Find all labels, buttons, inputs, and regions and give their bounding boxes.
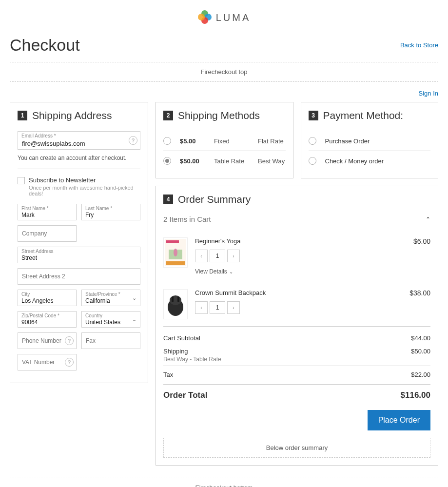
state-select[interactable]: [81, 290, 140, 306]
last-name-field[interactable]: [81, 204, 140, 220]
payment-method-panel: 3 Payment Method: Purchase Order Check /…: [301, 102, 439, 178]
radio-button[interactable]: [163, 137, 171, 145]
cms-bottom-block: Firecheckout bottom: [10, 478, 438, 487]
product-thumbnail: [163, 237, 188, 268]
product-thumbnail: [163, 289, 188, 319]
svg-rect-12: [177, 296, 179, 302]
step-1-badge: 1: [18, 111, 27, 120]
page-title: Checkout: [10, 36, 80, 55]
account-note: You can create an account after checkout…: [18, 155, 140, 161]
qty-increase-button[interactable]: ›: [227, 250, 240, 262]
country-select[interactable]: [81, 311, 140, 328]
qty-value[interactable]: 1: [210, 250, 225, 262]
step-4-badge: 4: [163, 195, 173, 204]
svg-point-10: [170, 295, 181, 305]
order-total-row: Order Total $116.00: [163, 384, 430, 403]
qty-value[interactable]: 1: [210, 301, 225, 314]
email-field[interactable]: [18, 131, 140, 150]
sign-in-link[interactable]: Sign In: [419, 90, 438, 97]
radio-button[interactable]: [309, 137, 316, 145]
payment-method-row[interactable]: Purchase Order: [309, 131, 431, 151]
svg-rect-5: [166, 240, 179, 243]
logo-header: LUMA: [10, 5, 438, 31]
order-summary-panel: 4 Order Summary 2 Items in Cart ⌃: [156, 186, 438, 466]
shipping-methods-panel: 2 Shipping Methods $5.00 Fixed Flat Rate…: [156, 102, 293, 178]
view-details-link[interactable]: View Details ⌄: [195, 268, 233, 275]
shipping-method-row[interactable]: $50.00 Table Rate Best Way: [163, 151, 286, 171]
radio-button-selected[interactable]: [163, 157, 171, 165]
brand-text: LUMA: [216, 12, 251, 23]
svg-rect-8: [166, 261, 185, 265]
subtotal-row: Cart Subtotal $44.00: [163, 331, 430, 345]
fax-field[interactable]: [81, 332, 140, 349]
cart-item: Beginner's Yoga ‹ 1 › View Details ⌄ $6.…: [163, 231, 430, 282]
back-to-store-link[interactable]: Back to Store: [400, 41, 438, 49]
zip-field[interactable]: [18, 311, 77, 328]
below-summary-block: Below order summary: [163, 438, 430, 458]
payment-method-row[interactable]: Check / Money order: [309, 151, 431, 171]
qty-decrease-button[interactable]: ‹: [195, 301, 208, 314]
newsletter-sublabel: Once per month with awesome hand-picked …: [29, 185, 140, 196]
street-field[interactable]: [18, 247, 140, 263]
svg-point-3: [198, 14, 205, 20]
street2-field[interactable]: [18, 268, 140, 285]
help-icon[interactable]: ?: [129, 136, 137, 145]
cms-top-block: Firecheckout top: [10, 62, 438, 82]
help-icon[interactable]: ?: [65, 358, 74, 367]
item-name: Beginner's Yoga: [195, 237, 406, 245]
shipping-methods-title: 2 Shipping Methods: [163, 110, 286, 121]
newsletter-label: Subscribe to Newsletter: [29, 176, 140, 184]
tax-row: Tax $22.00: [163, 366, 430, 381]
divider: [18, 169, 140, 169]
help-icon[interactable]: ?: [65, 336, 74, 345]
shipping-description: Best Way - Table Rate: [163, 356, 430, 363]
chevron-up-icon: ⌃: [426, 216, 430, 223]
city-field[interactable]: [18, 290, 77, 306]
shipping-method-row[interactable]: $5.00 Fixed Flat Rate: [163, 131, 286, 151]
shipping-address-title: 1 Shipping Address: [18, 110, 140, 121]
item-price: $38.00: [409, 289, 430, 319]
item-price: $6.00: [413, 237, 430, 275]
payment-method-title: 3 Payment Method:: [309, 110, 431, 121]
svg-rect-11: [172, 296, 174, 302]
company-field[interactable]: [18, 225, 77, 242]
first-name-field[interactable]: [18, 204, 77, 220]
step-2-badge: 2: [163, 111, 173, 120]
cart-items-toggle[interactable]: 2 Items in Cart ⌃: [163, 215, 430, 223]
radio-button[interactable]: [309, 157, 316, 165]
qty-decrease-button[interactable]: ‹: [195, 250, 208, 262]
place-order-button[interactable]: Place Order: [368, 410, 430, 430]
chevron-down-icon: ⌄: [229, 269, 233, 274]
shipping-address-panel: 1 Shipping Address Email Address * ? You…: [10, 102, 148, 383]
item-name: Crown Summit Backpack: [195, 289, 402, 296]
qty-increase-button[interactable]: ›: [227, 301, 240, 314]
svg-point-7: [174, 249, 177, 256]
luma-logo-icon: [197, 10, 212, 26]
step-3-badge: 3: [309, 111, 318, 120]
cart-item: Crown Summit Backpack ‹ 1 › $38.00: [163, 282, 430, 327]
order-summary-title: 4 Order Summary: [163, 194, 430, 205]
newsletter-checkbox[interactable]: [18, 177, 25, 184]
